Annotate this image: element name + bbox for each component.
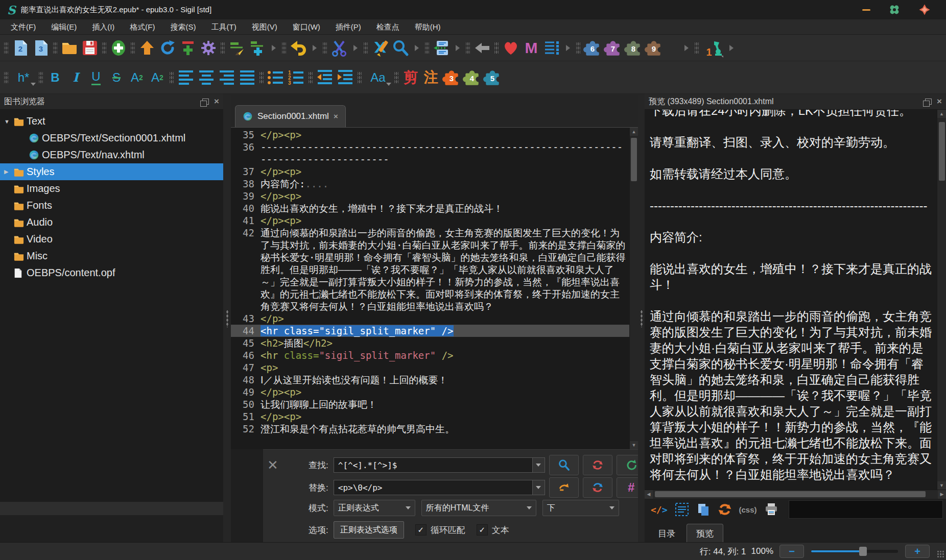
- menu-item[interactable]: 工具(T): [203, 19, 244, 35]
- plugin-7-button[interactable]: 7: [603, 38, 623, 58]
- code-line[interactable]: 36--------------------------------------…: [231, 141, 629, 165]
- toolbar-handle[interactable]: [4, 71, 8, 84]
- toolbar-handle[interactable]: [282, 42, 286, 54]
- find-close-icon[interactable]: ✕: [267, 457, 278, 473]
- files-dropdown[interactable]: 所有的HTML文件: [421, 500, 536, 516]
- tree-item-audio[interactable]: Audio: [0, 214, 223, 231]
- plugin-6-button[interactable]: 6: [582, 38, 603, 58]
- toolbar-handle[interactable]: [309, 71, 313, 84]
- menu-item[interactable]: 搜索(S): [162, 19, 203, 35]
- replace-history-dropdown[interactable]: [533, 480, 545, 495]
- plugin-clip-button[interactable]: 剪: [400, 67, 421, 88]
- toolbar-handle[interactable]: [221, 42, 225, 54]
- bold-button[interactable]: B: [45, 67, 65, 88]
- toolbar-extension-arrow[interactable]: [272, 45, 276, 51]
- copy-icon[interactable]: [696, 502, 711, 517]
- plugin-9-button[interactable]: 9: [644, 38, 664, 58]
- cut-scissors-icon[interactable]: [329, 38, 349, 58]
- align-center-button[interactable]: [196, 67, 217, 88]
- replace-all-button[interactable]: [583, 477, 612, 498]
- plugin-3-button[interactable]: 3: [441, 67, 462, 88]
- menu-item[interactable]: 插件(P): [328, 19, 369, 35]
- index-editor-button[interactable]: [431, 38, 452, 58]
- toolbar-handle[interactable]: [466, 42, 470, 54]
- code-line[interactable]: 52澄江和泉是个有点拈花惹草的帅气男高中生。: [231, 423, 629, 435]
- heart-icon[interactable]: [501, 38, 521, 58]
- italic-button[interactable]: I: [65, 67, 86, 88]
- code-line[interactable]: 42通过向倾慕的和泉踏出一步的雨音的偷跑，女主角竞赛的版图发生了巨大的变化！为了…: [231, 227, 629, 312]
- toolbar-extension-arrow[interactable]: [729, 45, 734, 51]
- indent-button[interactable]: [335, 67, 356, 88]
- code-line[interactable]: 35</p><p>: [231, 129, 629, 141]
- toolbar-handle[interactable]: [102, 42, 106, 54]
- toolbar-handle[interactable]: [695, 42, 699, 54]
- text-checkbox[interactable]: ✓: [477, 524, 488, 535]
- insert-split-marker-button[interactable]: [178, 38, 198, 58]
- split-at-cursor-button[interactable]: [247, 38, 268, 58]
- resize-grip[interactable]: [937, 550, 944, 557]
- code-line[interactable]: 47<p>: [231, 361, 629, 374]
- upload-button[interactable]: [137, 38, 157, 58]
- toolbar-extension-arrow[interactable]: [353, 45, 358, 51]
- menu-item[interactable]: 视图(V): [244, 19, 285, 35]
- toolbar-handle[interactable]: [394, 71, 398, 84]
- save-button[interactable]: [80, 38, 100, 58]
- outdent-button[interactable]: [315, 67, 335, 88]
- toolbar-handle[interactable]: [323, 42, 327, 54]
- toolbar-extension-arrow[interactable]: [415, 45, 419, 51]
- toolbar-handle[interactable]: [358, 71, 362, 84]
- menu-item[interactable]: 编辑(E): [43, 19, 84, 35]
- toolbar-handle[interactable]: [170, 71, 174, 84]
- zoom-slider[interactable]: [811, 550, 898, 553]
- subscript-button[interactable]: A2: [127, 67, 147, 88]
- code-line[interactable]: 48Ⅰ／从这里开始读也没有问题！上回的概要！: [231, 374, 629, 386]
- regex-options-button[interactable]: 正则表达式选项: [334, 521, 404, 539]
- zoom-out-button[interactable]: −: [779, 545, 804, 558]
- replace-all-red-button[interactable]: [583, 455, 612, 475]
- preview-address-box[interactable]: [789, 500, 943, 519]
- find-history-dropdown[interactable]: [533, 457, 545, 473]
- menu-item[interactable]: 文件(F): [3, 19, 43, 35]
- menu-item[interactable]: 帮助(H): [407, 19, 448, 35]
- tree-item-styles[interactable]: ▶Styles: [0, 163, 223, 180]
- code-line[interactable]: 49</p><p>: [231, 386, 629, 398]
- tree-item-video[interactable]: Video: [0, 231, 223, 248]
- menu-item[interactable]: 窗口(W): [285, 19, 328, 35]
- tree-caret-icon[interactable]: ▼: [4, 118, 13, 125]
- print-icon[interactable]: [764, 502, 778, 517]
- scroll-right-icon[interactable]: ▶: [938, 490, 946, 499]
- scroll-up-icon[interactable]: ▲: [937, 110, 946, 118]
- replace-button[interactable]: [549, 477, 579, 498]
- scroll-down-icon[interactable]: ▼: [630, 441, 638, 449]
- float-panel-icon[interactable]: [925, 99, 932, 105]
- tree-item-images[interactable]: Images: [0, 180, 223, 197]
- code-line[interactable]: 38内容简介:....: [231, 178, 629, 190]
- scroll-down-icon[interactable]: ▼: [937, 481, 946, 490]
- sparkle-icon[interactable]: [918, 4, 931, 16]
- scroll-thumb[interactable]: [655, 491, 926, 497]
- text-case-button[interactable]: Aa: [364, 67, 392, 88]
- inspect-code-icon[interactable]: </>: [651, 504, 668, 515]
- minimize-icon[interactable]: [862, 9, 870, 11]
- toolbar-extension-arrow[interactable]: [456, 45, 460, 51]
- tree-item-misc[interactable]: Misc: [0, 248, 223, 264]
- select-all-icon[interactable]: [675, 502, 689, 517]
- plugin-note-button[interactable]: 注: [421, 67, 441, 88]
- toolbar-handle[interactable]: [425, 42, 429, 54]
- clover-icon[interactable]: [889, 4, 900, 15]
- close-panel-icon[interactable]: ×: [214, 99, 219, 105]
- editor-scrollbar[interactable]: ▲ ▼: [629, 128, 638, 449]
- preview-scrollbar[interactable]: ▲ ▼: [937, 110, 946, 490]
- tree-item-oebps-text-nav-xhtml[interactable]: OEBPS/Text/nav.xhtml: [0, 147, 223, 163]
- code-line[interactable]: 40能说出喜欢的女生，增殖中！？接下来才是真正的战斗！: [231, 202, 629, 214]
- menu-item[interactable]: 插入(I): [84, 19, 122, 35]
- list-report-button[interactable]: [541, 38, 562, 58]
- tree-item-fonts[interactable]: Fonts: [0, 197, 223, 214]
- close-panel-icon[interactable]: ×: [937, 99, 942, 105]
- preview-hscrollbar[interactable]: ◀ ▶: [645, 490, 946, 499]
- menu-item[interactable]: 格式(F): [122, 19, 162, 35]
- plugin-4-button[interactable]: 4: [462, 67, 482, 88]
- align-right-button[interactable]: [217, 67, 237, 88]
- tab-preview[interactable]: 预览: [687, 524, 723, 543]
- code-line[interactable]: 39</p><p>: [231, 190, 629, 202]
